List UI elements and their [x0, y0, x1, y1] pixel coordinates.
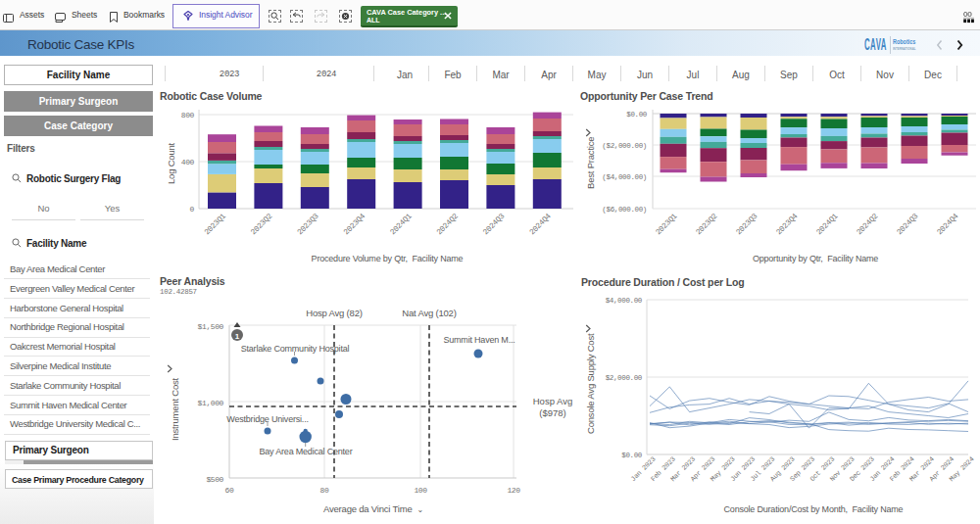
- svg-text:2024Q1: 2024Q1: [388, 212, 414, 237]
- svg-text:Westbridge Universi...: Westbridge Universi...: [226, 414, 308, 424]
- svg-text:2023Q4: 2023Q4: [774, 212, 800, 237]
- svg-text:2023Q2: 2023Q2: [694, 212, 719, 237]
- svg-text:0: 0: [190, 205, 195, 214]
- svg-text:2024Q1: 2024Q1: [814, 212, 840, 237]
- svg-text:2024Q2: 2024Q2: [855, 212, 880, 237]
- svg-text:Hosp Avg (82): Hosp Avg (82): [306, 308, 362, 318]
- svg-text:2024Q4: 2024Q4: [935, 212, 960, 237]
- svg-text:2023Q1: 2023Q1: [202, 212, 227, 237]
- svg-text:$2,000.00: $2,000.00: [606, 374, 643, 382]
- svg-text:400: 400: [181, 158, 195, 167]
- svg-text:2023Q1: 2023Q1: [654, 212, 679, 237]
- svg-text:2023Q2: 2023Q2: [249, 212, 274, 237]
- svg-text:800: 800: [181, 111, 195, 119]
- svg-text:2024Q3: 2024Q3: [895, 212, 920, 237]
- svg-text:($2,000.00): ($2,000.00): [602, 142, 647, 150]
- svg-text:($6,000.00): ($6,000.00): [602, 206, 647, 214]
- svg-text:Nat Avg (102): Nat Avg (102): [402, 308, 456, 318]
- svg-text:$500: $500: [206, 475, 223, 484]
- svg-text:$1,000: $1,000: [198, 399, 224, 407]
- svg-text:$1,500: $1,500: [198, 322, 224, 331]
- svg-text:($4,000.00): ($4,000.00): [602, 173, 647, 181]
- svg-text:2024Q4: 2024Q4: [527, 212, 553, 237]
- svg-text:$0.00: $0.00: [621, 452, 643, 459]
- svg-text:100: 100: [414, 486, 427, 495]
- svg-text:120: 120: [507, 486, 520, 495]
- svg-text:60: 60: [225, 486, 234, 495]
- svg-text:Bay Area Medical Center: Bay Area Medical Center: [260, 447, 353, 456]
- svg-text:2023Q3: 2023Q3: [295, 212, 320, 237]
- svg-text:$4,000.00: $4,000.00: [606, 297, 643, 305]
- svg-text:1: 1: [235, 332, 240, 341]
- svg-text:80: 80: [320, 486, 329, 495]
- svg-text:2024Q2: 2024Q2: [434, 212, 460, 237]
- svg-text:$0.00: $0.00: [626, 111, 648, 119]
- svg-text:2023Q4: 2023Q4: [342, 212, 368, 237]
- svg-text:2024Q3: 2024Q3: [481, 212, 507, 237]
- svg-text:Summit Haven M...: Summit Haven M...: [443, 335, 514, 345]
- svg-text:Starlake Community Hospital: Starlake Community Hospital: [241, 344, 350, 354]
- svg-text:2023Q3: 2023Q3: [734, 212, 760, 237]
